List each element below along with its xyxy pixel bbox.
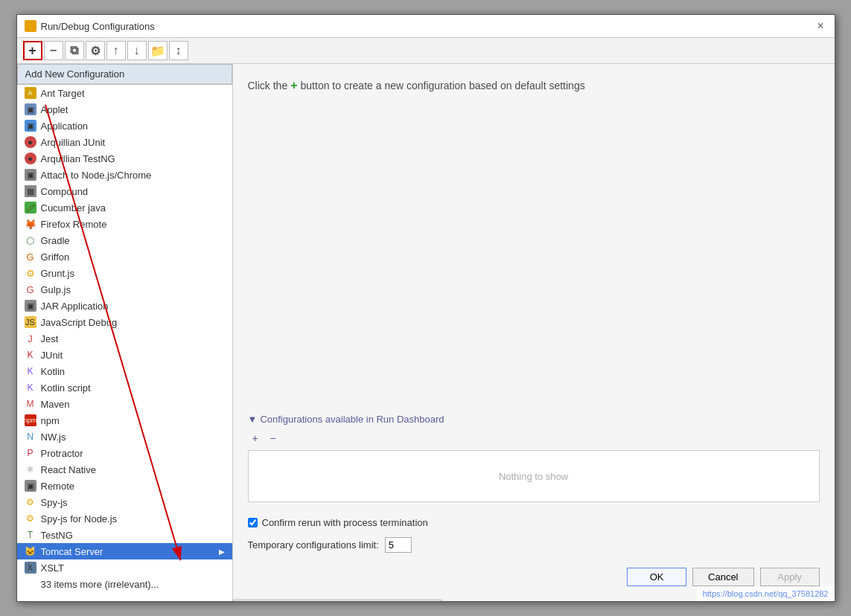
add-new-popup: Add New Configuration [17, 64, 232, 85]
close-button[interactable]: × [814, 19, 826, 33]
list-item-label: Applet [41, 104, 68, 115]
ok-button[interactable]: OK [627, 568, 686, 586]
cancel-button[interactable]: Cancel [692, 568, 753, 586]
list-item-gradle[interactable]: ⬡ Gradle [17, 232, 232, 248]
list-item-label: Spy-js [41, 497, 68, 508]
configs-remove-button[interactable]: − [266, 431, 281, 446]
list-item-tomcat-server[interactable]: 🐱 Tomcat Server ▶ [17, 543, 232, 559]
list-item-ant-target[interactable]: A Ant Target [17, 85, 232, 101]
list-item-gulpjs[interactable]: G Gulp.js [17, 281, 232, 298]
list-item-label: JavaScript Debug [41, 317, 118, 328]
jest-icon: J [25, 333, 36, 344]
list-item-jar-application[interactable]: ▣ JAR Application [17, 298, 232, 314]
list-item-kotlin[interactable]: K Kotlin [17, 363, 232, 379]
config-type-list: A Ant Target ▣ Applet ▣ Application ● Ar… [17, 85, 232, 601]
list-item-cucumber-java[interactable]: 🥒 Cucumber java [17, 199, 232, 216]
temp-limit-label: Temporary configurations limit: [248, 539, 379, 551]
list-item-label: Protractor [41, 448, 83, 459]
bottom-buttons: OK Cancel Apply [248, 553, 820, 586]
folder-button[interactable]: 📁 [148, 41, 168, 60]
list-item-firefox-remote[interactable]: 🦊 Firefox Remote [17, 216, 232, 232]
list-item-label: Jest [41, 333, 59, 344]
kotlin-script-icon: K [25, 382, 36, 394]
list-item-label: Cucumber java [41, 202, 106, 214]
list-item-testng[interactable]: T TestNG [17, 527, 232, 543]
list-item-label: Attach to Node.js/Chrome [41, 170, 152, 181]
list-item-spyjs[interactable]: ⚙ Spy-js [17, 494, 232, 510]
list-item-xslt[interactable]: X XSLT [17, 559, 232, 576]
configs-header-label: Configurations available in Run Dashboar… [260, 414, 444, 425]
ant-icon: A [25, 87, 36, 99]
remove-configuration-button[interactable]: − [44, 41, 63, 60]
list-item-jest[interactable]: J Jest [17, 330, 232, 347]
protractor-icon: P [25, 447, 36, 459]
list-item-label: Firefox Remote [41, 219, 107, 230]
list-item-maven[interactable]: M Maven [17, 396, 232, 412]
list-item-arquillian-junit[interactable]: ● Arquillian JUnit [17, 134, 232, 150]
list-item-label: TestNG [41, 530, 73, 541]
list-item-label: JUnit [41, 350, 63, 361]
list-item-label: Tomcat Server [41, 546, 103, 557]
move-up-button[interactable]: ↑ [106, 41, 126, 60]
window-icon [25, 20, 36, 32]
confirm-rerun-row: Confirm rerun with process termination [248, 517, 820, 528]
copy-configuration-button[interactable]: ⧉ [65, 41, 84, 60]
list-item-arquillian-testng[interactable]: ● Arquillian TestNG [17, 150, 232, 167]
configs-add-button[interactable]: + [248, 431, 263, 446]
add-configuration-button[interactable]: + [23, 41, 42, 60]
list-item-attach-nodejs[interactable]: ▣ Attach to Node.js/Chrome [17, 167, 232, 183]
title-bar-left: Run/Debug Configurations [25, 20, 155, 32]
list-item-label: NW.js [41, 431, 66, 443]
list-item-nwjs[interactable]: N NW.js [17, 429, 232, 445]
temp-limit-input[interactable] [385, 537, 412, 553]
left-panel: Add New Configuration A Ant Target ▣ App… [17, 64, 233, 601]
react-native-icon: ⚛ [25, 463, 36, 475]
list-item-label: Kotlin script [41, 382, 91, 394]
apply-button[interactable]: Apply [760, 568, 820, 586]
list-item-junit[interactable]: K JUnit [17, 347, 232, 363]
list-item-npm[interactable]: npm npm [17, 412, 232, 429]
chevron-right-icon: ▶ [219, 548, 225, 556]
configs-list: Nothing to show [248, 450, 820, 502]
spyjs-nodejs-icon: ⚙ [25, 513, 36, 524]
list-item-label: 33 items more (irrelevant)... [41, 579, 159, 590]
plus-icon: + [290, 79, 297, 92]
temp-limit-row: Temporary configurations limit: [248, 537, 820, 553]
sort-button[interactable]: ↕ [169, 41, 188, 60]
configs-section: ▼ Configurations available in Run Dashbo… [248, 414, 820, 502]
applet-icon: ▣ [25, 103, 36, 115]
list-item-application[interactable]: ▣ Application [17, 118, 232, 134]
list-item-label: XSLT [41, 562, 65, 574]
right-panel: Click the + button to create a new confi… [233, 64, 835, 601]
list-item-compound[interactable]: ▦ Compound [17, 183, 232, 199]
list-item-label: Remote [41, 481, 75, 492]
window-inner: Add New Configuration A Ant Target ▣ App… [17, 64, 835, 601]
list-item-griffon[interactable]: G Griffon [17, 248, 232, 265]
settings-button[interactable]: ⚙ [86, 41, 105, 60]
list-item-protractor[interactable]: P Protractor [17, 445, 232, 461]
cucumber-icon: 🥒 [25, 202, 36, 214]
tomcat-icon: 🐱 [25, 545, 36, 557]
list-item-more[interactable]: 33 items more (irrelevant)... [17, 576, 232, 592]
list-item-javascript-debug[interactable]: JS JavaScript Debug [17, 314, 232, 330]
list-item-applet[interactable]: ▣ Applet [17, 101, 232, 118]
list-item-label: Grunt.js [41, 268, 75, 279]
junit-icon: K [25, 349, 36, 361]
remote-icon: ▣ [25, 480, 36, 492]
list-item-remote[interactable]: ▣ Remote [17, 478, 232, 494]
list-item-react-native[interactable]: ⚛ React Native [17, 461, 232, 478]
list-item-kotlin-script[interactable]: K Kotlin script [17, 379, 232, 396]
instruction-prefix: Click the [248, 80, 288, 92]
list-item-label: Ant Target [41, 88, 85, 99]
list-item-gruntjs[interactable]: ⚙ Grunt.js [17, 265, 232, 281]
add-new-header: Add New Configuration [18, 65, 232, 84]
title-bar: Run/Debug Configurations × [17, 15, 835, 38]
testng-icon: T [25, 529, 36, 541]
window-title: Run/Debug Configurations [41, 21, 155, 32]
nothing-to-show: Nothing to show [499, 471, 568, 482]
move-down-button[interactable]: ↓ [127, 41, 147, 60]
list-item-spyjs-nodejs[interactable]: ⚙ Spy-js for Node.js [17, 510, 232, 527]
confirm-rerun-checkbox[interactable] [248, 518, 258, 527]
list-item-label: Spy-js for Node.js [41, 513, 118, 524]
configs-toolbar: + − [248, 431, 820, 446]
